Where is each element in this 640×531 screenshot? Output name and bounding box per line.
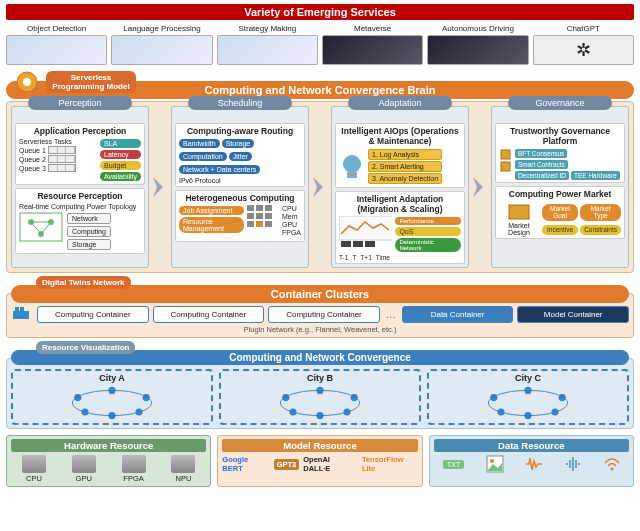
thumb-icon — [6, 35, 107, 65]
computing-container: Computing Container — [153, 306, 265, 323]
metric-pill: Budget — [100, 161, 141, 170]
svg-point-43 — [316, 387, 323, 394]
ring-icon — [223, 385, 417, 421]
svg-marker-19 — [313, 177, 323, 197]
res-head: Data Resource — [434, 439, 629, 452]
svg-point-36 — [108, 387, 115, 394]
col-perception: Perception Application Perception Server… — [11, 106, 149, 268]
city-label: City C — [431, 373, 625, 383]
model-item: GPT3 — [274, 459, 300, 470]
svc-label: Autonomous Driving — [442, 24, 514, 33]
audio-icon — [564, 455, 582, 473]
svc-metaverse: Metaverse — [322, 24, 423, 65]
data-container: Data Container — [402, 306, 514, 323]
svg-point-55 — [490, 394, 497, 401]
svg-point-57 — [490, 459, 494, 463]
svc-label: Metaverse — [354, 24, 391, 33]
svg-point-45 — [343, 408, 350, 415]
gpu-icon: GPU — [61, 455, 107, 483]
svg-marker-26 — [473, 177, 483, 197]
computing-container: Computing Container — [37, 306, 149, 323]
card-aiops: Intelligent AIOps (Operations & Maintena… — [335, 123, 465, 188]
blockchain-icon — [499, 148, 512, 180]
unit: GPU — [282, 221, 301, 228]
thumb-icon — [217, 35, 318, 65]
data-resource: Data Resource TXT — [429, 435, 634, 487]
svg-rect-18 — [265, 221, 272, 227]
svc-driving: Autonomous Driving — [427, 24, 528, 65]
svc-label: Strategy Making — [238, 24, 296, 33]
arrow-icon — [153, 106, 167, 268]
topology-icon — [19, 212, 63, 242]
card-title: Intelligent Adaptation (Migration & Scal… — [339, 194, 461, 214]
svg-point-40 — [81, 408, 88, 415]
svg-rect-27 — [501, 150, 510, 159]
city-label: City B — [223, 373, 417, 383]
svg-point-63 — [610, 468, 613, 471]
svg-rect-17 — [256, 221, 263, 227]
t-label: Time — [376, 254, 390, 261]
queue-row: Queue 3 — [19, 164, 97, 172]
node-chip: Computing — [67, 226, 111, 237]
col-scheduling: Scheduling Computing-aware Routing Bandw… — [171, 106, 309, 268]
market-icon — [507, 201, 531, 221]
svg-line-7 — [31, 222, 41, 234]
m-pill: Market Type — [580, 204, 621, 221]
docker-icon — [11, 305, 33, 323]
svg-rect-25 — [365, 241, 375, 247]
svg-point-52 — [551, 408, 558, 415]
brain-layer: Perception Application Perception Server… — [6, 101, 634, 273]
proto-label: IPv6 Protocol — [179, 177, 301, 184]
market-label: Market Design — [499, 222, 539, 236]
pill: Performance — [395, 217, 461, 225]
subtitle: Real-time Computing Power Topology — [19, 203, 141, 210]
hardware-resource: Hardware Resource CPU GPU FPGA NPU — [6, 435, 211, 487]
svg-point-41 — [74, 394, 81, 401]
queue-row: Queue 1 — [19, 146, 97, 154]
model-item: OpenAI DALL·E — [303, 455, 358, 473]
city-b: City B — [219, 369, 421, 425]
svg-rect-10 — [247, 205, 254, 211]
city-label: City A — [15, 373, 209, 383]
card-title: Resource Perception — [19, 191, 141, 201]
gov-item: BFT Consensus — [515, 149, 567, 158]
card-title: Computing Power Market — [499, 189, 621, 199]
model-item: Google BERT — [222, 455, 269, 473]
tag-resource-vis: Resource Visualization — [36, 341, 135, 354]
col-adaptation: Adaptation Intelligent AIOps (Operations… — [331, 106, 469, 268]
card-routing: Computing-aware Routing Bandwidth Storag… — [175, 123, 305, 187]
unit: Mem — [282, 213, 301, 220]
svg-rect-31 — [509, 205, 529, 219]
t-label: T — [352, 254, 356, 261]
thumb-icon — [111, 35, 212, 65]
card-app-perception: Application Perception Serverless Tasks … — [15, 123, 145, 185]
pill: Deterministic Network — [395, 238, 461, 252]
ellipsis: … — [384, 309, 398, 320]
step: 1. Log Analysis — [368, 149, 442, 160]
svg-point-20 — [343, 155, 361, 173]
task-pill: Job Assignment — [179, 206, 244, 215]
gear-icon — [14, 69, 40, 95]
arrow-icon — [473, 106, 487, 268]
card-trust: Trustworthy Governance Platform BFT Cons… — [495, 123, 625, 183]
card-title: Computing-aware Routing — [179, 126, 301, 136]
metric-pill: Latency — [100, 150, 141, 159]
city-a: City A — [11, 369, 213, 425]
unit: CPU — [282, 205, 301, 212]
bubble: Computation — [179, 152, 227, 161]
svg-point-44 — [351, 394, 358, 401]
svg-marker-9 — [153, 177, 163, 197]
bubble: Network + Data centers — [179, 165, 260, 174]
services-row: Object Detection Language Processing Str… — [6, 24, 634, 65]
model-container: Model Container — [517, 306, 629, 323]
svc-object-detection: Object Detection — [6, 24, 107, 65]
svg-rect-32 — [13, 311, 29, 319]
svc-label: ChatGPT — [567, 24, 600, 33]
chart-icon — [339, 216, 392, 248]
res-head: Hardware Resource — [11, 439, 206, 452]
svg-rect-23 — [341, 241, 351, 247]
card-title: Trustworthy Governance Platform — [499, 126, 621, 146]
tag-serverless: Serverless Programming Model — [46, 71, 136, 93]
col-head: Governance — [508, 96, 612, 110]
tag-digital-twins: Digital Twins Network — [36, 276, 131, 289]
